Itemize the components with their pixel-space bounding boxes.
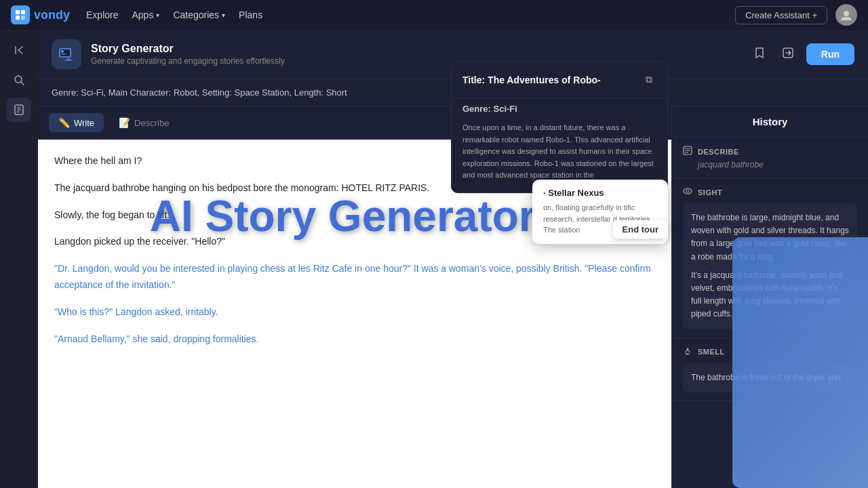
describe-value: jacquard bathrobe <box>683 160 857 169</box>
bookmark-button[interactable] <box>749 43 770 66</box>
describe-label: Describe <box>134 118 169 128</box>
collapse-sidebar-button[interactable] <box>7 38 31 62</box>
scifi-output-panel: Title: The Adventures of Robo- ⧉ Genre: … <box>451 61 668 193</box>
search-button[interactable] <box>7 68 31 92</box>
blue-overlay <box>732 237 868 488</box>
app-title: Story Generator <box>91 43 285 55</box>
logo-icon <box>11 5 30 24</box>
describe-history-icon <box>683 146 692 157</box>
nav-categories[interactable]: Categories ▾ <box>173 9 225 20</box>
create-assistant-button[interactable]: Create Assistant + <box>735 6 827 24</box>
describe-label-text: DESCRIBE <box>698 148 739 156</box>
copy-button[interactable]: ⧉ <box>642 70 656 89</box>
apps-chevron-icon: ▾ <box>156 12 159 19</box>
categories-chevron-icon: ▾ <box>222 12 225 19</box>
scifi-genre: Genre: Sci-Fi <box>452 98 667 117</box>
describe-tab[interactable]: 📝 Describe <box>109 113 178 132</box>
svg-point-4 <box>844 11 849 16</box>
avatar[interactable] <box>835 4 857 26</box>
write-icon: ✏️ <box>58 117 70 128</box>
smell-icon <box>683 346 692 358</box>
nexus-title: · Stellar Nexus <box>543 188 657 198</box>
describe-icon: 📝 <box>119 117 130 128</box>
history-describe-label: DESCRIBE <box>683 146 857 157</box>
history-header: History <box>672 106 868 138</box>
story-paragraph: "Dr. Langdon, would you be interested in… <box>54 261 655 293</box>
nav-apps[interactable]: Apps ▾ <box>132 9 159 20</box>
write-tab[interactable]: ✏️ Write <box>49 113 104 132</box>
smell-title: SMELL <box>698 348 725 356</box>
sight-title: SIGHT <box>698 188 722 197</box>
nav-explore[interactable]: Explore <box>86 9 118 20</box>
document-button[interactable] <box>7 98 31 122</box>
sight-header: SIGHT <box>683 186 857 198</box>
scifi-body-text: Once upon a time, in a distant future, t… <box>462 122 656 182</box>
run-button[interactable]: Run <box>806 43 854 65</box>
end-tour-button[interactable]: End tour <box>613 220 668 239</box>
history-describe-item: DESCRIBE jacquard bathrobe <box>672 138 868 178</box>
svg-rect-15 <box>61 54 66 55</box>
svg-rect-2 <box>16 16 20 20</box>
sight-icon <box>683 186 692 198</box>
svg-rect-3 <box>21 16 25 20</box>
svg-rect-17 <box>64 60 73 61</box>
left-sidebar <box>0 30 38 488</box>
svg-point-25 <box>687 348 689 350</box>
share-button[interactable] <box>778 43 798 66</box>
svg-line-7 <box>21 82 24 85</box>
svg-point-24 <box>686 190 689 192</box>
app-icon <box>52 39 81 69</box>
story-paragraph: "Who is this?" Langdon asked, irritably. <box>54 304 655 321</box>
app-subtitle: Generate captivating and engaging storie… <box>91 56 285 66</box>
story-paragraph: "Arnaud Bellamy," she said, dropping for… <box>54 331 655 348</box>
logo-text: vondy <box>34 8 70 22</box>
header-actions: Run <box>749 43 854 66</box>
svg-rect-1 <box>21 10 25 14</box>
svg-point-23 <box>684 188 692 194</box>
nav-plans[interactable]: Plans <box>239 9 262 20</box>
app-info: Story Generator Generate captivating and… <box>91 43 285 66</box>
history-title: History <box>683 116 857 127</box>
svg-rect-14 <box>61 51 64 53</box>
write-label: Write <box>74 118 94 128</box>
svg-rect-16 <box>67 58 70 60</box>
svg-rect-0 <box>16 10 20 14</box>
scifi-panel-header: Title: The Adventures of Robo- ⧉ <box>452 62 667 98</box>
top-nav: vondy Explore Apps ▾ Categories ▾ Plans … <box>0 0 868 30</box>
logo[interactable]: vondy <box>11 5 70 24</box>
scifi-title: Title: The Adventures of Robo- <box>462 75 601 85</box>
